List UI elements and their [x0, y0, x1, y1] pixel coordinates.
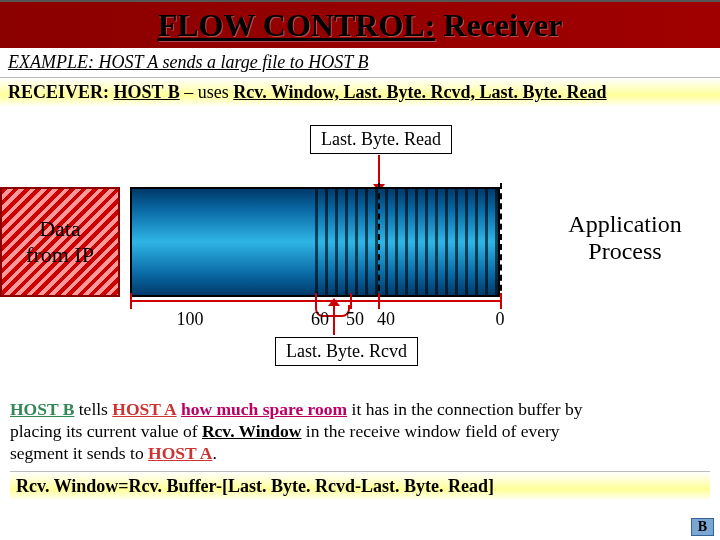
example-line: EXAMPLE: HOST A sends a large file to HO… [0, 48, 720, 78]
tick-icon [378, 293, 380, 309]
data-from-ip-block: Datafrom IP [0, 187, 120, 297]
title-suffix: Receiver [435, 7, 562, 43]
label-lastbyte-rcvd: Last. Byte. Rcvd [275, 337, 418, 366]
dash-marker-icon [378, 183, 380, 301]
arrow-down-icon [378, 155, 380, 185]
formula: Rcv. Window=Rcv. Buffer-[Last. Byte. Rcv… [10, 471, 710, 501]
tick-label: 50 [346, 309, 364, 330]
tick-label: 100 [177, 309, 204, 330]
receiver-mid: – uses [180, 82, 234, 102]
data-from-ip-text: Datafrom IP [26, 216, 94, 268]
title-prefix: FLOW CONTROL: [158, 7, 436, 43]
label-lastbyte-read: Last. Byte. Read [310, 125, 452, 154]
tick-label: 0 [496, 309, 505, 330]
receiver-host: HOST B [114, 82, 180, 102]
tick-label: 60 [311, 309, 329, 330]
slide-badge: B [691, 518, 714, 536]
receiver-prefix: RECEIVER: [8, 82, 114, 102]
buffer-filled-region [315, 187, 500, 297]
host-b: HOST B [10, 399, 74, 419]
receiver-vars: Rcv. Window, Last. Byte. Rcvd, Last. Byt… [233, 82, 606, 102]
receiver-line: RECEIVER: HOST B – uses Rcv. Window, Las… [0, 78, 720, 107]
diagram: Last. Byte. Read Datafrom IP Application… [0, 107, 720, 397]
host-a: HOST A [112, 399, 176, 419]
title-bar: FLOW CONTROL: Receiver [0, 0, 720, 48]
dash-marker-icon [500, 183, 502, 301]
application-process-label: ApplicationProcess [540, 211, 710, 265]
explanation-text: HOST B tells HOST A how much spare room … [0, 397, 720, 467]
tick-label: 40 [377, 309, 395, 330]
arrow-up-icon [333, 305, 335, 335]
tick-icon [500, 293, 502, 309]
tick-icon [130, 293, 132, 309]
host-a: HOST A [148, 443, 212, 463]
spare-room: how much spare room [181, 399, 347, 419]
tick-icon [350, 293, 352, 309]
rcv-window: Rcv. Window [202, 421, 302, 441]
page-title: FLOW CONTROL: Receiver [158, 7, 563, 44]
